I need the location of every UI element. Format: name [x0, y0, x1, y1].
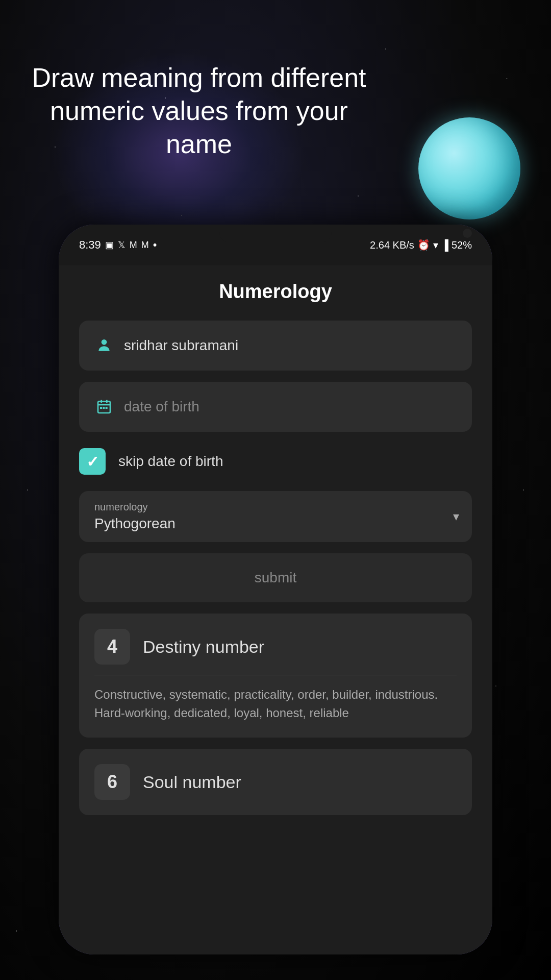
destiny-title: Destiny number: [143, 637, 264, 657]
submit-label: submit: [255, 570, 296, 585]
phone-frame: 8:39 ▣ 𝕏 M M • 2.64 KB/s ⏰ ▾ ▐ 52% Numer…: [59, 225, 492, 954]
numerology-dropdown[interactable]: numerology Pythogorean ▾: [79, 491, 472, 542]
notch: [219, 225, 332, 242]
svg-rect-5: [100, 407, 102, 409]
soul-number: 6: [107, 771, 117, 793]
svg-rect-7: [106, 407, 108, 409]
time-display: 8:39: [79, 238, 101, 252]
battery-display: 52%: [452, 239, 472, 251]
status-bar: 8:39 ▣ 𝕏 M M • 2.64 KB/s ⏰ ▾ ▐ 52%: [59, 225, 492, 265]
skip-dob-row[interactable]: ✓ skip date of birth: [79, 443, 472, 480]
wifi-icon: ▾: [433, 239, 438, 251]
destiny-header: 4 Destiny number: [94, 629, 457, 665]
headline: Draw meaning from different numeric valu…: [26, 61, 372, 161]
destiny-number-box: 4: [94, 629, 130, 665]
person-icon: [94, 336, 114, 355]
email-icon: M: [130, 240, 137, 251]
app-title: Numerology: [79, 281, 472, 303]
skip-dob-checkbox[interactable]: ✓: [79, 448, 106, 475]
network-speed: 2.64 KB/s: [370, 239, 414, 251]
status-right: 2.64 KB/s ⏰ ▾ ▐ 52%: [370, 239, 472, 251]
dob-placeholder[interactable]: date of birth: [124, 399, 199, 415]
destiny-description: Constructive, systematic, practicality, …: [94, 685, 457, 722]
numerology-value: Pythogorean: [94, 516, 457, 532]
soul-result-card: 6 Soul number: [79, 749, 472, 815]
soul-title: Soul number: [143, 772, 241, 792]
numerology-label: numerology: [94, 501, 457, 513]
skip-dob-label: skip date of birth: [118, 453, 223, 470]
name-input-field[interactable]: sridhar subramani: [79, 321, 472, 371]
screenshot-icon: ▣: [105, 239, 114, 251]
planet-decoration: [418, 117, 520, 219]
submit-button[interactable]: submit: [79, 553, 472, 602]
chevron-down-icon: ▾: [453, 509, 459, 524]
camera-dot: [463, 229, 472, 238]
status-left: 8:39 ▣ 𝕏 M M •: [79, 238, 157, 252]
alarm-icon: ⏰: [417, 239, 430, 251]
destiny-number: 4: [107, 636, 117, 657]
signal-icon: ▐: [441, 239, 448, 251]
dob-input-field[interactable]: date of birth: [79, 382, 472, 432]
soul-number-box: 6: [94, 764, 130, 800]
result-divider: [94, 675, 457, 675]
twitter-icon: 𝕏: [118, 239, 126, 251]
phone-screen: Numerology sridhar subramani: [59, 265, 492, 954]
checkmark-icon: ✓: [86, 453, 99, 471]
dot-indicator: •: [153, 238, 157, 252]
email2-icon: M: [141, 240, 149, 251]
calendar-icon: [94, 397, 114, 416]
destiny-result-card: 4 Destiny number Constructive, systemati…: [79, 614, 472, 738]
svg-rect-6: [103, 407, 105, 409]
name-value[interactable]: sridhar subramani: [124, 337, 238, 354]
svg-point-0: [102, 339, 107, 345]
